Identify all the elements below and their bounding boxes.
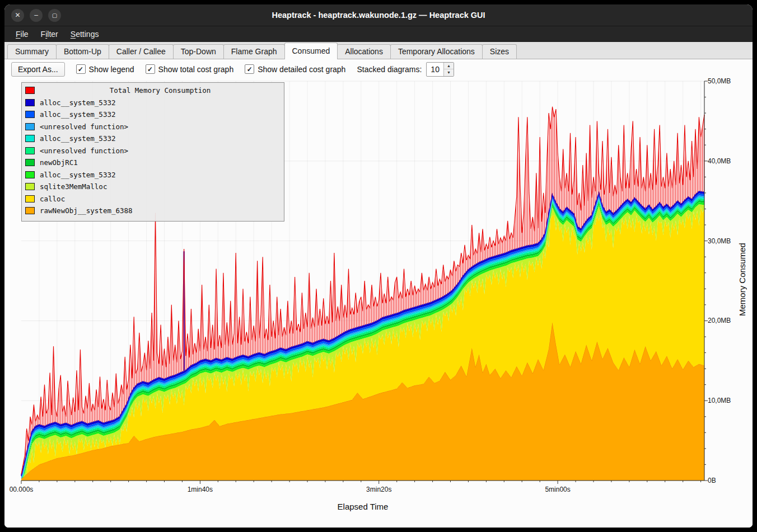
- legend-item: alloc__system_5332: [25, 169, 281, 181]
- stacked-diagrams-value[interactable]: 10: [427, 63, 443, 76]
- app-window: ✕–▢ Heaptrack - heaptrack.wakunode.1.gz …: [4, 4, 753, 528]
- menu-settings[interactable]: Settings: [65, 28, 105, 40]
- y-tick-label: 10,0MB: [708, 397, 731, 404]
- legend-title-row: Total Memory Consumption: [25, 84, 281, 97]
- checkbox-check-icon[interactable]: ✓: [76, 64, 86, 74]
- x-tick-label: 00.000s: [10, 486, 34, 493]
- legend-items: alloc__system_5332alloc__system_5332<unr…: [25, 97, 281, 217]
- legend-item: calloc: [25, 193, 281, 205]
- menu-bar: FileFilterSettings: [4, 26, 753, 42]
- y-tick-label: 50,0MB: [708, 77, 731, 85]
- x-tick-label: 3min20s: [366, 486, 391, 493]
- checkbox-label: Show legend: [89, 65, 134, 74]
- window-maximize-button[interactable]: ▢: [48, 9, 61, 22]
- y-tick-label: 40,0MB: [708, 157, 731, 165]
- legend-swatch: [25, 135, 35, 142]
- legend-item: alloc__system_5332: [25, 97, 281, 109]
- legend-item: newObjRC1: [25, 157, 281, 169]
- tab-sizes[interactable]: Sizes: [482, 44, 517, 59]
- legend-label: alloc__system_5332: [40, 110, 115, 119]
- legend-item: <unresolved function>: [25, 145, 281, 157]
- spinner-up-icon[interactable]: ▲: [444, 63, 454, 70]
- legend-swatch: [25, 147, 35, 154]
- x-axis-label: Elapsed Time: [21, 502, 704, 511]
- legend-swatch: [25, 111, 35, 118]
- legend-swatch: [25, 207, 35, 214]
- tab-consumed[interactable]: Consumed: [284, 43, 338, 59]
- tab-temporary-allocations[interactable]: Temporary Allocations: [390, 44, 483, 59]
- y-tick-label: 30,0MB: [708, 237, 731, 245]
- y-tick-label: 20,0MB: [708, 317, 731, 324]
- legend-swatch: [25, 159, 35, 166]
- close-icon: ✕: [15, 11, 20, 19]
- stacked-diagrams-spinner[interactable]: 10 ▲▼: [426, 62, 454, 77]
- toolbar-checkboxes: ✓Show legend✓Show total cost graph✓Show …: [76, 64, 346, 74]
- tab-bottom-up[interactable]: Bottom-Up: [56, 44, 109, 59]
- minimize-icon: –: [34, 11, 38, 19]
- window-minimize-button[interactable]: –: [30, 9, 43, 22]
- legend-label: calloc: [40, 195, 65, 203]
- checkbox-show-total-cost-graph[interactable]: ✓Show total cost graph: [146, 64, 234, 74]
- chart-legend: Total Memory Consumption alloc__system_5…: [21, 82, 284, 222]
- maximize-icon: ▢: [52, 12, 57, 18]
- tab-top-down[interactable]: Top-Down: [173, 44, 224, 59]
- legend-label: alloc__system_5332: [40, 171, 115, 179]
- tab-allocations[interactable]: Allocations: [337, 44, 391, 59]
- legend-title: Total Memory Consumption: [40, 86, 281, 95]
- x-tick-label: 1min40s: [188, 486, 213, 493]
- legend-swatch: [25, 171, 35, 178]
- title-bar[interactable]: ✕–▢ Heaptrack - heaptrack.wakunode.1.gz …: [4, 4, 753, 26]
- legend-swatch: [25, 99, 35, 106]
- y-axis-label: Memory Consumed: [736, 79, 748, 481]
- legend-item: sqlite3MemMalloc: [25, 181, 281, 193]
- menu-file[interactable]: File: [10, 28, 34, 40]
- export-as-button[interactable]: Export As...: [11, 62, 65, 77]
- menu-filter[interactable]: Filter: [35, 28, 64, 40]
- legend-item: alloc__system_5332: [25, 133, 281, 145]
- legend-title-swatch: [25, 87, 35, 94]
- checkbox-label: Show detailed cost graph: [258, 65, 345, 74]
- tab-bar: SummaryBottom-UpCaller / CalleeTop-DownF…: [4, 42, 753, 59]
- legend-label: newObjRC1: [40, 158, 78, 167]
- toolbar: Export As... ✓Show legend✓Show total cos…: [4, 59, 753, 79]
- legend-swatch: [25, 195, 35, 203]
- legend-swatch: [25, 183, 35, 190]
- tab-caller-callee[interactable]: Caller / Callee: [109, 44, 174, 59]
- window-controls: ✕–▢: [11, 4, 61, 26]
- legend-label: alloc__system_5332: [40, 98, 115, 107]
- legend-label: <unresolved function>: [40, 147, 128, 155]
- checkbox-show-detailed-cost-graph[interactable]: ✓Show detailed cost graph: [245, 64, 345, 74]
- legend-label: rawNewObj__system_6388: [40, 206, 133, 215]
- legend-label: <unresolved function>: [40, 123, 128, 131]
- tab-flame-graph[interactable]: Flame Graph: [223, 44, 285, 59]
- x-tick-label: 5min00s: [545, 486, 570, 493]
- chart-area: Total Memory Consumption alloc__system_5…: [4, 79, 753, 528]
- spinner-down-icon[interactable]: ▼: [444, 69, 454, 76]
- tab-summary[interactable]: Summary: [7, 44, 57, 59]
- y-tick-label: 0B: [708, 477, 716, 484]
- stacked-diagrams-label: Stacked diagrams:: [357, 65, 422, 74]
- legend-item: rawNewObj__system_6388: [25, 205, 281, 217]
- window-title: Heaptrack - heaptrack.wakunode.1.gz — He…: [272, 11, 485, 20]
- checkbox-label: Show total cost graph: [158, 65, 234, 74]
- checkbox-check-icon[interactable]: ✓: [245, 64, 254, 74]
- legend-item: <unresolved function>: [25, 121, 281, 133]
- legend-item: alloc__system_5332: [25, 109, 281, 121]
- spinner-arrows: ▲▼: [443, 63, 454, 76]
- legend-swatch: [25, 123, 35, 130]
- legend-label: sqlite3MemMalloc: [40, 182, 107, 191]
- checkbox-check-icon[interactable]: ✓: [146, 64, 155, 74]
- window-close-button[interactable]: ✕: [11, 9, 24, 22]
- checkbox-show-legend[interactable]: ✓Show legend: [76, 64, 134, 74]
- legend-label: alloc__system_5332: [40, 134, 115, 143]
